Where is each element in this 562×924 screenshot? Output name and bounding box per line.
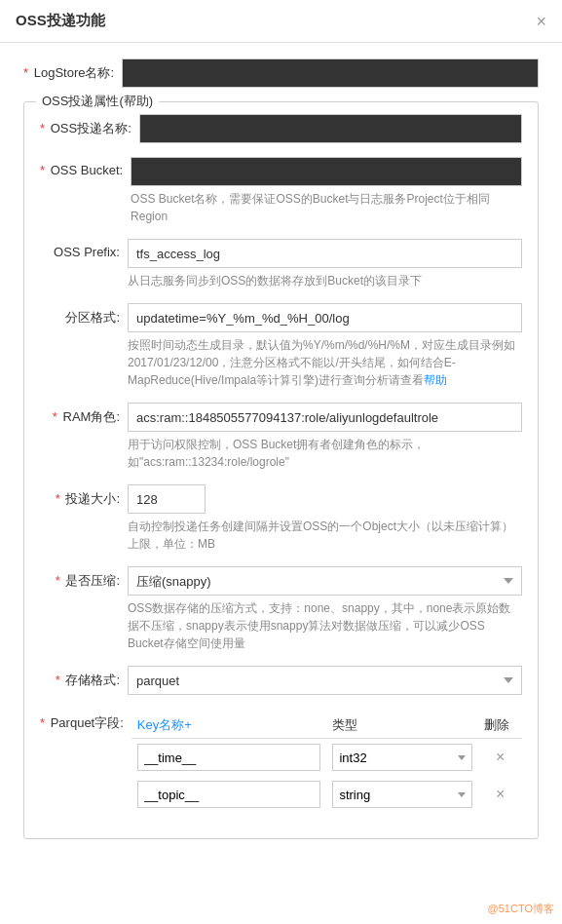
ram-input[interactable]: [128, 403, 522, 432]
col-header-type: 类型: [326, 712, 478, 739]
ram-row: * RAM角色: 用于访问权限控制，OSS Bucket拥有者创建角色的标示，如…: [40, 403, 522, 471]
oss-prefix-control: 从日志服务同步到OSS的数据将存放到Bucket的该目录下: [128, 239, 522, 289]
parquet-delete-button[interactable]: ×: [492, 747, 508, 768]
size-label: * 投递大小:: [40, 484, 128, 508]
storage-control: parquet json csv: [128, 666, 522, 695]
table-row: int32int64stringdoublefloatboolean×: [131, 739, 522, 777]
parquet-key-input[interactable]: [137, 781, 321, 808]
oss-bucket-label: * OSS Bucket:: [40, 157, 131, 177]
size-hint: 自动控制投递任务创建间隔并设置OSS的一个Object大小（以未压缩计算）上限，…: [128, 518, 522, 553]
form-body: * LogStore名称: OSS投递属性(帮助) * OSS投递名称:: [0, 43, 562, 870]
add-key-button[interactable]: Key名称+: [137, 717, 192, 732]
col-header-key: Key名称+: [131, 712, 327, 739]
oss-bucket-input[interactable]: [131, 157, 522, 186]
section-group-title: OSS投递属性(帮助): [36, 93, 159, 110]
title-bar: OSS投递功能 ×: [0, 0, 562, 43]
parquet-table: Key名称+ 类型 删除 int32int64stringdoublefloat…: [131, 712, 522, 813]
required-star-3: *: [40, 163, 45, 177]
partition-label: 分区格式:: [40, 303, 128, 327]
parquet-control: Key名称+ 类型 删除 int32int64stringdoublefloat…: [131, 709, 522, 813]
partition-control: 按照时间动态生成目录，默认值为%Y/%m/%d/%H/%M，对应生成目录例如20…: [128, 303, 522, 389]
storage-select[interactable]: parquet json csv: [128, 666, 522, 695]
table-row: int32int64stringdoublefloatboolean×: [131, 776, 522, 813]
size-control: 自动控制投递任务创建间隔并设置OSS的一个Object大小（以未压缩计算）上限，…: [128, 484, 522, 553]
oss-prefix-hint: 从日志服务同步到OSS的数据将存放到Bucket的该目录下: [128, 272, 522, 289]
required-star-7: *: [56, 673, 60, 687]
dialog-title: OSS投递功能: [16, 12, 105, 30]
required-star: *: [23, 65, 28, 80]
oss-bucket-hint: OSS Bucket名称，需要保证OSS的Bucket与日志服务Project位…: [131, 190, 522, 225]
col-header-del: 删除: [478, 712, 522, 739]
partition-input[interactable]: [128, 303, 522, 332]
oss-name-row: * OSS投递名称:: [40, 114, 522, 143]
logstore-label: * LogStore名称:: [23, 58, 122, 82]
oss-name-label: * OSS投递名称:: [40, 114, 139, 137]
parquet-type-select[interactable]: int32int64stringdoublefloatboolean: [332, 781, 472, 808]
oss-prefix-input[interactable]: [128, 239, 522, 268]
logstore-input[interactable]: [122, 58, 539, 88]
ram-label: * RAM角色:: [40, 403, 128, 426]
compress-label: * 是否压缩:: [40, 566, 128, 590]
partition-help-link[interactable]: 帮助: [424, 373, 447, 387]
partition-hint: 按照时间动态生成目录，默认值为%Y/%m/%d/%H/%M，对应生成目录例如20…: [128, 336, 522, 389]
required-star-8: *: [40, 715, 45, 730]
oss-name-input[interactable]: [139, 114, 522, 143]
storage-row: * 存储格式: parquet json csv: [40, 666, 522, 695]
required-star-2: *: [40, 121, 45, 135]
oss-bucket-control: OSS Bucket名称，需要保证OSS的Bucket与日志服务Project位…: [131, 157, 522, 225]
compress-hint: OSS数据存储的压缩方式，支持：none、snappy，其中，none表示原始数…: [128, 599, 522, 652]
required-star-5: *: [56, 491, 60, 506]
oss-bucket-row: * OSS Bucket: OSS Bucket名称，需要保证OSS的Bucke…: [40, 157, 522, 225]
parquet-label: * Parquet字段:: [40, 709, 131, 732]
logstore-row: * LogStore名称:: [23, 58, 539, 88]
ram-hint: 用于访问权限控制，OSS Bucket拥有者创建角色的标示，如"acs:ram:…: [128, 436, 522, 471]
partition-row: 分区格式: 按照时间动态生成目录，默认值为%Y/%m/%d/%H/%M，对应生成…: [40, 303, 522, 389]
compress-row: * 是否压缩: none 压缩(snappy) OSS数据存储的压缩方式，支持：…: [40, 566, 522, 652]
required-star-6: *: [56, 573, 60, 588]
parquet-row: * Parquet字段: Key名称+ 类型 删除: [40, 709, 522, 813]
oss-name-control: [139, 114, 522, 143]
ram-control: 用于访问权限控制，OSS Bucket拥有者创建角色的标示，如"acs:ram:…: [128, 403, 522, 471]
oss-prefix-row: OSS Prefix: 从日志服务同步到OSS的数据将存放到Bucket的该目录…: [40, 239, 522, 289]
parquet-key-input[interactable]: [137, 744, 321, 771]
oss-section-group: OSS投递属性(帮助) * OSS投递名称: * OSS Bucket:: [23, 101, 539, 839]
size-row: * 投递大小: 自动控制投递任务创建间隔并设置OSS的一个Object大小（以未…: [40, 484, 522, 553]
compress-control: none 压缩(snappy) OSS数据存储的压缩方式，支持：none、sna…: [128, 566, 522, 652]
parquet-type-select[interactable]: int32int64stringdoublefloatboolean: [332, 744, 472, 771]
watermark: @51CTO博客: [488, 902, 554, 916]
storage-label: * 存储格式:: [40, 666, 128, 689]
parquet-delete-button[interactable]: ×: [492, 784, 508, 805]
size-input[interactable]: [128, 484, 206, 514]
dialog: OSS投递功能 × * LogStore名称: OSS投递属性(帮助) * OS: [0, 0, 562, 924]
close-button[interactable]: ×: [536, 13, 546, 30]
required-star-4: *: [53, 409, 57, 424]
logstore-control: [122, 58, 539, 88]
compress-select[interactable]: none 压缩(snappy): [128, 566, 522, 596]
oss-prefix-label: OSS Prefix:: [40, 239, 128, 259]
